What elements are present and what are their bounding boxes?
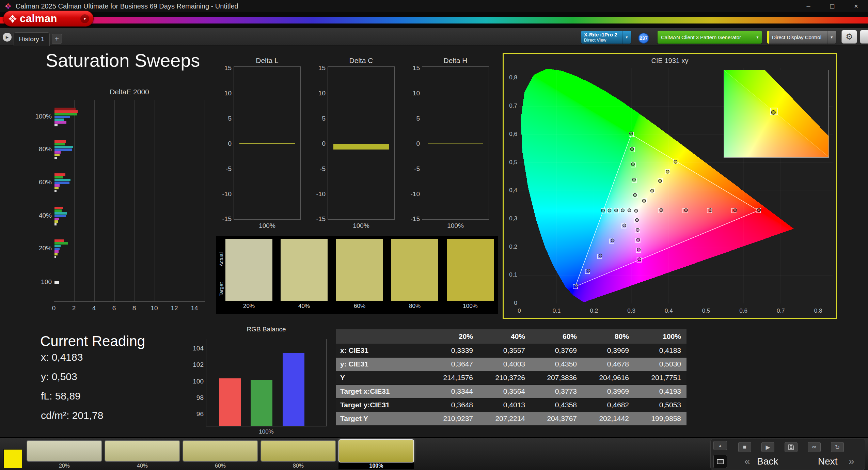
deltae-bar	[54, 176, 63, 178]
saturation-patch-40%[interactable]: 40%	[105, 440, 180, 469]
side-panel-button[interactable]	[860, 30, 868, 44]
deltae-bar	[54, 119, 64, 121]
close-button[interactable]: ×	[844, 0, 868, 12]
refresh-icon: ↻	[835, 444, 840, 451]
table-cell: 0,3564	[478, 385, 531, 398]
table-cell: 207,2214	[478, 412, 531, 425]
deltac-chart-title: Delta C	[328, 57, 395, 65]
deltae-bar	[54, 124, 58, 126]
cie-y-tick: 0,1	[504, 271, 517, 278]
tab-history-1[interactable]: History 1	[14, 32, 50, 46]
cie-y-tick: 0,3	[504, 215, 517, 222]
swatch-label: 100%	[447, 303, 494, 310]
minimize-button[interactable]: –	[796, 0, 820, 12]
row-label: Target y:CIE31	[336, 398, 426, 412]
target-row-label: Target	[218, 272, 224, 307]
deltaC-y-tick: -10	[316, 190, 326, 198]
deltae-bar	[54, 248, 60, 250]
cie-panel: CIE 1931 xy 00,10,20,30,40,50,60,70,8 00…	[503, 53, 837, 319]
deltae-bar	[54, 250, 59, 253]
gridline	[135, 100, 135, 301]
table-cell: 0,4003	[478, 357, 531, 371]
display-control-label: Direct Display Control	[772, 34, 821, 40]
history-nav-button[interactable]: ▶	[3, 33, 12, 42]
collapse-button[interactable]: ▲	[713, 441, 727, 450]
cie-x-tick: 0	[518, 308, 521, 314]
calman-menu-button[interactable]: calman ▼	[3, 11, 93, 26]
rgb-bar-Green	[251, 380, 272, 426]
back-button[interactable]: Back	[757, 456, 778, 467]
save-button[interactable]	[785, 442, 798, 452]
deltae-bar	[54, 184, 60, 187]
table-cell: 0,3969	[582, 385, 634, 398]
pattern-generator-dropdown[interactable]: CalMAN Client 3 Pattern Generator ▼	[658, 31, 762, 44]
saturation-patch-20%[interactable]: 20%	[27, 440, 102, 469]
actual-target-swatch-panel: Actual Target 20%40%60%80%100%	[216, 236, 498, 314]
link-button[interactable]: ∞	[808, 442, 821, 452]
patch-swatch	[261, 440, 336, 462]
row-label: x: CIE31	[336, 344, 426, 357]
swatch-label: 20%	[225, 303, 272, 310]
spectrum-strip	[0, 17, 868, 24]
table-row: Target Y210,9237207,2214204,3767202,1442…	[336, 412, 686, 425]
deltaC-y-tick: 5	[322, 115, 326, 122]
deltae-y-tick: 20%	[39, 245, 52, 252]
deltae-bar	[54, 157, 57, 159]
deltaL-y-tick: -15	[222, 215, 232, 223]
table-cell: 0,3648	[426, 398, 478, 412]
maximize-button[interactable]: □	[820, 0, 844, 12]
deltae-x-tick: 10	[151, 304, 158, 312]
deltaL-bar	[239, 143, 295, 144]
table-cell: 210,3726	[478, 371, 531, 385]
deltaC-y-tick: 10	[318, 90, 326, 97]
swatch-target-20%	[225, 270, 272, 301]
cie-y-tick: 0,2	[504, 244, 517, 250]
pattern-window-button[interactable]	[713, 455, 727, 468]
deltae-x-tick: 4	[92, 304, 96, 312]
deltaH-y-tick: 5	[416, 115, 420, 122]
deltaH-y-tick: 15	[413, 64, 420, 72]
saturation-patch-80%[interactable]: 80%	[261, 440, 336, 469]
col-header-40%: 40%	[478, 329, 531, 344]
meter-dropdown[interactable]: X-Rite i1Pro 2 Direct View ▼	[581, 31, 631, 44]
deltae-plot	[54, 100, 205, 302]
deltae-x-tick: 6	[112, 304, 116, 312]
col-header-80%: 80%	[582, 329, 634, 344]
cie-y-tick: 0,4	[504, 187, 517, 194]
deltac-x-label: 100%	[328, 222, 395, 230]
stop-button[interactable]: ■	[738, 442, 751, 452]
rgb-y-tick: 102	[193, 361, 204, 369]
chevron-down-icon: ▼	[622, 31, 631, 44]
table-cell: 0,4358	[531, 398, 582, 412]
deltah-y-axis: 151050-5-10-15	[403, 66, 420, 220]
add-tab-button[interactable]: +	[52, 34, 62, 44]
meter-count-badge[interactable]: 237	[638, 33, 649, 44]
deltaL-y-tick: 10	[224, 90, 232, 97]
current-reading-value: fL: 58,89	[41, 390, 103, 410]
table-cell: 0,5053	[634, 398, 686, 412]
bottom-bar: 20%40%60%80%100% ▲ ■ ▶ ∞ ↻ « Back Next »	[0, 437, 868, 470]
cie-x-tick: 0,5	[702, 308, 710, 314]
saturation-patch-60%[interactable]: 60%	[183, 440, 258, 469]
deltae-bar	[54, 108, 76, 110]
current-reading-title: Current Reading	[40, 333, 145, 349]
next-button[interactable]: Next	[818, 456, 838, 467]
row-label: y: CIE31	[336, 357, 426, 371]
link-icon: ∞	[812, 444, 816, 451]
table-cell: 214,1576	[426, 371, 478, 385]
deltae-bar	[54, 151, 61, 154]
settings-button[interactable]: ⚙	[841, 30, 857, 44]
deltaL-y-tick: 5	[228, 115, 232, 122]
swatch-target-60%	[336, 270, 383, 301]
deltaH-y-tick: -10	[411, 190, 420, 198]
saturation-patch-100%[interactable]: 100%	[338, 440, 414, 469]
refresh-button[interactable]: ↻	[831, 442, 844, 452]
deltal-y-axis: 151050-5-10-15	[215, 66, 232, 220]
display-control-dropdown[interactable]: Direct Display Control ▼	[767, 31, 836, 44]
deltae-bar	[54, 154, 60, 156]
patch-swatch	[105, 440, 180, 462]
deltah-plot	[422, 66, 489, 220]
play-button[interactable]: ▶	[761, 442, 774, 452]
row-label: Y	[336, 371, 426, 385]
deltaL-y-tick: 15	[224, 64, 232, 72]
